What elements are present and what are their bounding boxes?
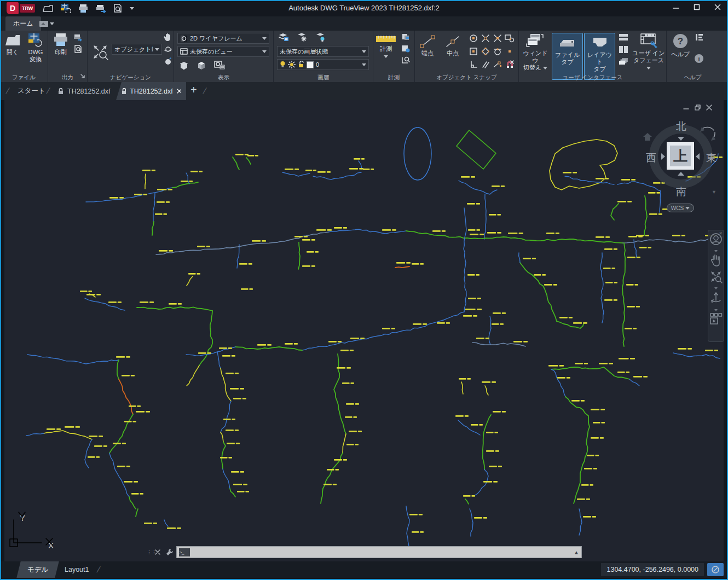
panel-view-title[interactable]: 表示 bbox=[174, 74, 273, 82]
batch-print-icon[interactable] bbox=[73, 33, 83, 42]
measure-button[interactable]: 計測 bbox=[374, 34, 397, 60]
tab-start[interactable]: スタート bbox=[12, 82, 51, 100]
zoom-extents-icon[interactable] bbox=[709, 270, 723, 286]
command-history-icon[interactable]: ▲ bbox=[574, 549, 579, 555]
snap-nearest-icon[interactable] bbox=[504, 45, 516, 58]
orbit-icon[interactable] bbox=[709, 291, 723, 308]
close-tab-icon[interactable] bbox=[177, 89, 181, 94]
navbar-close-icon[interactable]: ✕ bbox=[719, 231, 723, 236]
snap-off-magnet-icon[interactable] bbox=[504, 58, 516, 71]
viewcube-arrow-bottom[interactable] bbox=[678, 172, 684, 176]
ui-settings-button[interactable]: ユーザ インタフェース bbox=[632, 33, 666, 71]
snap-parallel-icon[interactable] bbox=[479, 58, 492, 71]
panel-ui-title[interactable]: ユーザ インタフェース bbox=[519, 74, 666, 82]
batch-print-icon[interactable] bbox=[95, 4, 106, 13]
drawing-close-icon[interactable] bbox=[706, 103, 712, 113]
model-tab[interactable]: モデル bbox=[16, 561, 59, 578]
orbit-icon[interactable] bbox=[163, 45, 172, 53]
annotation-monitor-button[interactable] bbox=[707, 563, 724, 576]
snap-intersection-icon[interactable] bbox=[492, 32, 504, 45]
qat-dropdown-icon[interactable] bbox=[130, 7, 134, 10]
zoom-extents-icon[interactable] bbox=[91, 43, 109, 63]
viewcube-south[interactable]: 南 bbox=[676, 185, 686, 199]
panel-file-title[interactable]: ファイル bbox=[0, 74, 48, 82]
app-logo[interactable]: D bbox=[7, 2, 19, 14]
viewcube-arrow-left[interactable] bbox=[661, 153, 665, 160]
close-button[interactable] bbox=[712, 1, 724, 13]
viewcube-arrow-top[interactable] bbox=[678, 137, 684, 141]
layer-current-dropdown[interactable]: 0 bbox=[277, 59, 369, 70]
snap-geometric-center-icon[interactable] bbox=[479, 45, 492, 58]
snap-endpoint-button[interactable]: 端点 bbox=[416, 35, 439, 57]
pan-icon[interactable] bbox=[163, 33, 172, 41]
preview-icon[interactable] bbox=[73, 45, 83, 53]
dwg-convert-icon[interactable] bbox=[60, 3, 71, 13]
view-dropdown[interactable]: 未保存のビュー bbox=[177, 46, 269, 57]
viewcube-north[interactable]: 北 bbox=[676, 119, 686, 134]
tab-document-2-active[interactable]: TH281252.dxf bbox=[116, 82, 186, 100]
command-bar-grip[interactable]: ⋮⋮ bbox=[147, 551, 152, 554]
box-icon[interactable] bbox=[178, 60, 189, 72]
panel-help-title[interactable]: ヘルプ bbox=[667, 74, 719, 82]
viewcube-top-face[interactable]: 上 bbox=[667, 142, 694, 170]
print-button[interactable]: 印刷 bbox=[49, 33, 72, 56]
viewcube-arrow-right[interactable] bbox=[696, 153, 700, 160]
minimize-button[interactable] bbox=[670, 1, 682, 13]
command-close-icon[interactable] bbox=[155, 549, 160, 555]
tile-vertically-icon[interactable] bbox=[619, 45, 628, 53]
viewcube[interactable]: 北 南 西 東 上 WCS ▼ bbox=[642, 115, 721, 216]
command-bar[interactable]: ⋮⋮ >_ ▲ bbox=[147, 546, 582, 559]
panel-measure-title[interactable]: 計測 bbox=[373, 74, 414, 82]
command-customize-wrench-icon[interactable] bbox=[166, 548, 174, 556]
chevron-down-icon[interactable] bbox=[714, 287, 718, 289]
snap-midpoint-button[interactable]: 中点 bbox=[441, 35, 464, 57]
chevron-down-icon[interactable] bbox=[714, 250, 718, 252]
pan-icon[interactable] bbox=[710, 253, 722, 269]
visual-style-dropdown[interactable]: 2D ワイヤフレーム bbox=[177, 33, 269, 44]
panel-navigation-title[interactable]: ナビゲーション bbox=[88, 74, 174, 82]
wcs-dropdown[interactable]: WCS bbox=[667, 204, 694, 212]
zoom-scope-dropdown[interactable]: オブジェクト範囲 bbox=[112, 44, 162, 55]
panel-layers-title[interactable]: 画層 bbox=[274, 74, 373, 82]
print-icon[interactable] bbox=[78, 4, 89, 13]
tile-horizontally-icon[interactable] bbox=[619, 33, 628, 41]
tab-home[interactable]: ホーム bbox=[5, 16, 41, 31]
layer-state-dropdown[interactable]: 未保存の画層状態 bbox=[277, 46, 369, 57]
named-views-icon[interactable] bbox=[213, 60, 226, 72]
showmotion-icon[interactable] bbox=[709, 312, 723, 328]
isometric-box-icon[interactable] bbox=[196, 60, 207, 72]
panel-osnap-title[interactable]: オブジェクト スナップ bbox=[415, 74, 518, 82]
snap-quadrant-icon[interactable] bbox=[467, 45, 479, 58]
tab-document-1[interactable]: TH281252.dxf bbox=[53, 82, 116, 100]
snap-perpendicular-icon[interactable] bbox=[467, 58, 479, 71]
snap-insertion-icon[interactable] bbox=[504, 32, 516, 45]
window-switch-button[interactable]: ウィンドウ切替え bbox=[520, 33, 551, 71]
info-icon[interactable]: i bbox=[694, 54, 704, 66]
snap-extension-icon[interactable] bbox=[492, 58, 504, 71]
chevron-down-icon[interactable] bbox=[714, 309, 718, 311]
viewcube-home-icon[interactable] bbox=[643, 132, 652, 143]
snap-node-icon[interactable] bbox=[479, 32, 492, 45]
drawing-minimize-icon[interactable] bbox=[683, 103, 689, 113]
open-icon[interactable] bbox=[43, 4, 54, 13]
cascade-icon[interactable] bbox=[619, 57, 628, 65]
drawing-canvas[interactable]: YX bbox=[4, 100, 724, 561]
layout1-tab[interactable]: Layout1 bbox=[59, 561, 94, 578]
command-input[interactable]: >_ ▲ bbox=[176, 546, 582, 558]
viewcube-east[interactable]: 東 bbox=[706, 151, 717, 165]
snap-tangent-icon[interactable] bbox=[492, 45, 504, 58]
ribbon-collapse-button[interactable] bbox=[39, 19, 58, 28]
measure-angle-icon[interactable] bbox=[401, 56, 410, 64]
layer-properties-icon[interactable] bbox=[278, 32, 289, 44]
drawing-restore-icon[interactable] bbox=[695, 103, 701, 113]
measure-list-icon[interactable] bbox=[401, 44, 410, 53]
new-tab-button[interactable]: + bbox=[190, 84, 197, 96]
navigation-bar[interactable]: ✕ bbox=[708, 230, 724, 342]
dwg-convert-button[interactable]: DWG変換 bbox=[24, 33, 47, 63]
print-preview-icon[interactable] bbox=[113, 4, 123, 13]
layer-isolate-icon[interactable] bbox=[315, 32, 326, 44]
snap-center-icon[interactable] bbox=[467, 32, 479, 45]
layout-tabs-toggle[interactable]: レイアウトタブ bbox=[584, 33, 615, 80]
command-prompt-icon[interactable]: >_ bbox=[179, 548, 190, 556]
viewcube-west[interactable]: 西 bbox=[646, 151, 656, 165]
